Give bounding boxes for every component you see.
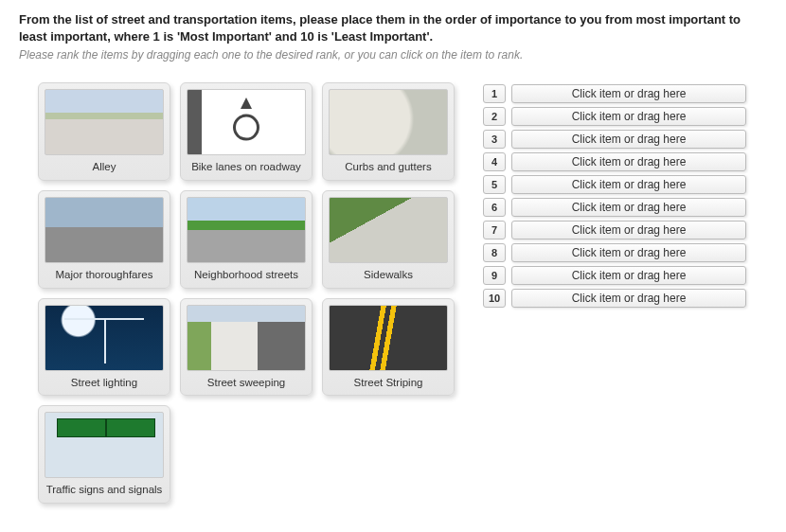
item-thumbnail: [45, 197, 164, 263]
rank-drop-slot[interactable]: Click item or drag here: [511, 152, 746, 171]
rank-item-card[interactable]: Street sweeping: [180, 298, 313, 397]
item-thumbnail: [187, 305, 306, 371]
rank-row: 3Click item or drag here: [483, 130, 746, 149]
rank-row: 9Click item or drag here: [483, 266, 746, 285]
item-caption: Neighborhood streets: [187, 267, 306, 284]
rank-number: 3: [483, 130, 506, 149]
question-hint: Please rank the items by dragging each o…: [19, 48, 767, 62]
item-caption: Sidewalks: [329, 267, 448, 284]
rank-drop-slot[interactable]: Click item or drag here: [511, 175, 746, 194]
rank-drop-slot[interactable]: Click item or drag here: [511, 198, 746, 217]
rank-row: 8Click item or drag here: [483, 243, 746, 262]
item-caption: Alley: [45, 159, 164, 176]
rank-row: 2Click item or drag here: [483, 107, 746, 126]
item-caption: Street Striping: [329, 375, 448, 392]
rank-item-card[interactable]: Bike lanes on roadway: [180, 82, 313, 181]
items-grid: AlleyBike lanes on roadwayCurbs and gutt…: [19, 82, 455, 504]
item-thumbnail: [187, 197, 306, 263]
rank-item-card[interactable]: Traffic signs and signals: [38, 405, 170, 504]
rank-drop-slot[interactable]: Click item or drag here: [511, 130, 746, 149]
item-thumbnail: [187, 89, 306, 155]
rank-number: 10: [483, 289, 506, 308]
rank-row: 4Click item or drag here: [483, 152, 746, 171]
rank-row: 6Click item or drag here: [483, 198, 746, 217]
item-caption: Traffic signs and signals: [45, 482, 164, 499]
rank-item-card[interactable]: Alley: [38, 82, 170, 181]
item-thumbnail: [329, 197, 448, 263]
rank-drop-slot[interactable]: Click item or drag here: [511, 107, 746, 126]
rank-number: 7: [483, 221, 506, 239]
item-caption: Street lighting: [45, 375, 164, 392]
rank-row: 5Click item or drag here: [483, 175, 746, 194]
rank-row: 1Click item or drag here: [483, 84, 746, 103]
rank-item-card[interactable]: Sidewalks: [322, 190, 455, 289]
rank-drop-slot[interactable]: Click item or drag here: [511, 266, 746, 285]
rank-item-card[interactable]: Major thoroughfares: [38, 190, 170, 289]
rank-number: 5: [483, 175, 506, 194]
rank-item-card[interactable]: Street lighting: [38, 298, 170, 397]
main-row: AlleyBike lanes on roadwayCurbs and gutt…: [19, 82, 767, 504]
rank-row: 7Click item or drag here: [483, 221, 746, 239]
item-thumbnail: [45, 305, 164, 371]
rank-item-card[interactable]: Street Striping: [322, 298, 455, 397]
rank-number: 8: [483, 243, 506, 262]
rank-number: 1: [483, 84, 506, 103]
rank-item-card[interactable]: Curbs and gutters: [322, 82, 455, 181]
item-caption: Bike lanes on roadway: [187, 159, 306, 176]
rank-drop-slot[interactable]: Click item or drag here: [511, 221, 746, 239]
rank-number: 2: [483, 107, 506, 126]
item-thumbnail: [45, 89, 164, 155]
rank-item-card[interactable]: Neighborhood streets: [180, 190, 313, 289]
item-thumbnail: [329, 305, 448, 371]
item-thumbnail: [45, 412, 164, 478]
item-thumbnail: [329, 89, 448, 155]
item-caption: Street sweeping: [187, 375, 306, 392]
rank-number: 6: [483, 198, 506, 217]
rank-drop-slot[interactable]: Click item or drag here: [511, 289, 746, 308]
rank-row: 10Click item or drag here: [483, 289, 746, 308]
rank-number: 9: [483, 266, 506, 285]
item-caption: Major thoroughfares: [45, 267, 164, 284]
rank-column: 1Click item or drag here2Click item or d…: [483, 84, 746, 308]
rank-drop-slot[interactable]: Click item or drag here: [511, 84, 746, 103]
rank-drop-slot[interactable]: Click item or drag here: [511, 243, 746, 262]
item-caption: Curbs and gutters: [329, 159, 448, 176]
rank-number: 4: [483, 152, 506, 171]
question-title: From the list of street and transportati…: [19, 11, 767, 44]
